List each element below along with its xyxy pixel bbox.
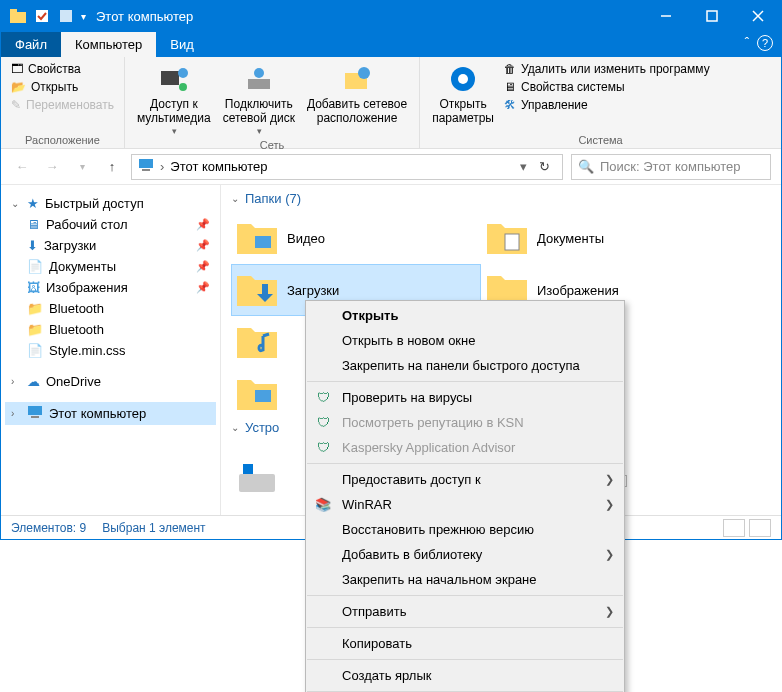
ctx-scan-virus[interactable]: 🛡Проверить на вирусы bbox=[306, 385, 624, 410]
ctx-open-new-window[interactable]: Открыть в новом окне bbox=[306, 328, 624, 353]
address-dropdown-icon[interactable]: ▾ bbox=[520, 159, 527, 174]
sidebar-quick-access[interactable]: ⌄★Быстрый доступ bbox=[5, 193, 216, 214]
svg-point-16 bbox=[458, 74, 468, 84]
download-icon: ⬇ bbox=[27, 238, 38, 253]
pc-icon bbox=[27, 405, 43, 422]
chevron-right-icon: ❯ bbox=[605, 498, 614, 511]
pin-icon: 📌 bbox=[196, 218, 210, 231]
nav-pane: ⌄★Быстрый доступ 🖥Рабочий стол📌 ⬇Загрузк… bbox=[1, 185, 221, 515]
open-button[interactable]: 📂Открыть bbox=[9, 79, 116, 95]
recent-dropdown[interactable]: ▾ bbox=[71, 156, 93, 178]
ribbon-collapse-icon[interactable]: ˆ bbox=[745, 35, 749, 51]
folder-icon bbox=[9, 7, 27, 25]
svg-rect-25 bbox=[243, 464, 253, 474]
ctx-kaa[interactable]: 🛡Kaspersky Application Advisor bbox=[306, 435, 624, 460]
pc-icon bbox=[138, 158, 154, 175]
svg-rect-24 bbox=[239, 474, 275, 492]
ctx-ksn[interactable]: 🛡Посмотреть репутацию в KSN bbox=[306, 410, 624, 435]
file-icon: 📄 bbox=[27, 343, 43, 358]
sidebar-bluetooth2[interactable]: 📁Bluetooth bbox=[5, 319, 216, 340]
minimize-button[interactable] bbox=[643, 1, 689, 31]
group-label-network: Сеть bbox=[133, 139, 411, 151]
netdrive-icon bbox=[243, 63, 275, 95]
view-details-button[interactable] bbox=[723, 519, 745, 537]
tab-computer[interactable]: Компьютер bbox=[61, 32, 156, 57]
close-button[interactable] bbox=[735, 1, 781, 31]
sidebar-downloads[interactable]: ⬇Загрузки📌 bbox=[5, 235, 216, 256]
sys-props-button[interactable]: 🖥Свойства системы bbox=[502, 79, 712, 95]
qat-dropdown-icon[interactable]: ▾ bbox=[81, 11, 86, 22]
svg-rect-11 bbox=[248, 79, 270, 89]
ctx-winrar[interactable]: 📚WinRAR❯ bbox=[306, 492, 624, 517]
uninstall-button[interactable]: 🗑Удалить или изменить программу bbox=[502, 61, 712, 77]
ctx-open[interactable]: Открыть bbox=[306, 303, 624, 328]
sidebar-onedrive[interactable]: ›☁OneDrive bbox=[5, 371, 216, 392]
refresh-button[interactable]: ↻ bbox=[533, 159, 556, 174]
folder-icon bbox=[237, 374, 277, 414]
ribbon-tabs: Файл Компьютер Вид ˆ ? bbox=[1, 31, 781, 57]
winrar-icon: 📚 bbox=[314, 496, 332, 514]
pin-icon: 📌 bbox=[196, 281, 210, 294]
tab-view[interactable]: Вид bbox=[156, 32, 208, 57]
svg-rect-19 bbox=[28, 406, 42, 415]
svg-rect-1 bbox=[10, 9, 17, 13]
view-icons-button[interactable] bbox=[749, 519, 771, 537]
manage-icon: 🛠 bbox=[504, 98, 516, 112]
shield-icon: 🛡 bbox=[314, 414, 332, 432]
settings-icon bbox=[447, 63, 479, 95]
ribbon: 🗔Свойства 📂Открыть ✎Переименовать Распол… bbox=[1, 57, 781, 149]
properties-button[interactable]: 🗔Свойства bbox=[9, 61, 116, 77]
svg-rect-22 bbox=[505, 234, 519, 250]
sidebar-style[interactable]: 📄Style.min.css bbox=[5, 340, 216, 361]
svg-rect-2 bbox=[36, 10, 48, 22]
maximize-button[interactable] bbox=[689, 1, 735, 31]
address-input[interactable]: › Этот компьютер ▾ ↻ bbox=[131, 154, 563, 180]
folder-video[interactable]: Видео bbox=[231, 212, 481, 264]
sysprops-icon: 🖥 bbox=[504, 80, 516, 94]
up-button[interactable]: ↑ bbox=[101, 156, 123, 178]
sidebar-desktop[interactable]: 🖥Рабочий стол📌 bbox=[5, 214, 216, 235]
address-bar: ← → ▾ ↑ › Этот компьютер ▾ ↻ 🔍 Поиск: Эт… bbox=[1, 149, 781, 185]
chevron-down-icon: ⌄ bbox=[231, 193, 241, 204]
folder-icon: 📁 bbox=[27, 322, 43, 337]
forward-button[interactable]: → bbox=[41, 156, 63, 178]
open-settings-button[interactable]: Открыть параметры bbox=[428, 61, 498, 128]
sidebar-bluetooth[interactable]: 📁Bluetooth bbox=[5, 298, 216, 319]
back-button[interactable]: ← bbox=[11, 156, 33, 178]
doc-icon: 📄 bbox=[27, 259, 43, 274]
svg-rect-23 bbox=[255, 390, 271, 402]
star-icon: ★ bbox=[27, 196, 39, 211]
sidebar-this-pc[interactable]: ›Этот компьютер bbox=[5, 402, 216, 425]
pin-icon: 📌 bbox=[196, 239, 210, 252]
sidebar-pictures[interactable]: 🖼Изображения📌 bbox=[5, 277, 216, 298]
folder-documents[interactable]: Документы bbox=[481, 212, 731, 264]
chevron-down-icon: ⌄ bbox=[231, 422, 241, 433]
add-location-button[interactable]: Добавить сетевое расположение bbox=[303, 61, 411, 128]
shield-icon: 🛡 bbox=[314, 389, 332, 407]
folders-header[interactable]: ⌄Папки (7) bbox=[231, 191, 771, 206]
manage-button[interactable]: 🛠Управление bbox=[502, 97, 712, 113]
media-access-button[interactable]: Доступ к мультимедиа▾ bbox=[133, 61, 215, 139]
svg-rect-17 bbox=[139, 159, 153, 168]
svg-rect-0 bbox=[10, 12, 26, 23]
help-icon[interactable]: ? bbox=[757, 35, 773, 51]
qat-item-icon[interactable] bbox=[57, 7, 75, 25]
sidebar-documents[interactable]: 📄Документы📌 bbox=[5, 256, 216, 277]
qat-check-icon[interactable] bbox=[33, 7, 51, 25]
ctx-share[interactable]: Предоставить доступ к❯ bbox=[306, 467, 624, 492]
shield-icon: 🛡 bbox=[314, 439, 332, 457]
svg-point-10 bbox=[179, 83, 187, 91]
properties-icon: 🗔 bbox=[11, 62, 23, 76]
tab-file[interactable]: Файл bbox=[1, 32, 61, 57]
svg-rect-21 bbox=[255, 236, 271, 248]
ctx-pin-quick[interactable]: Закрепить на панели быстрого доступа bbox=[306, 353, 624, 378]
map-drive-button[interactable]: Подключить сетевой диск▾ bbox=[219, 61, 299, 139]
rename-button: ✎Переименовать bbox=[9, 97, 116, 113]
folder-icon bbox=[237, 218, 277, 258]
ctx-restore[interactable]: Восстановить прежнюю версию bbox=[306, 517, 624, 540]
uninstall-icon: 🗑 bbox=[504, 62, 516, 76]
search-input[interactable]: 🔍 Поиск: Этот компьютер bbox=[571, 154, 771, 180]
search-icon: 🔍 bbox=[578, 159, 594, 174]
folder-icon bbox=[487, 218, 527, 258]
svg-point-14 bbox=[358, 67, 370, 79]
